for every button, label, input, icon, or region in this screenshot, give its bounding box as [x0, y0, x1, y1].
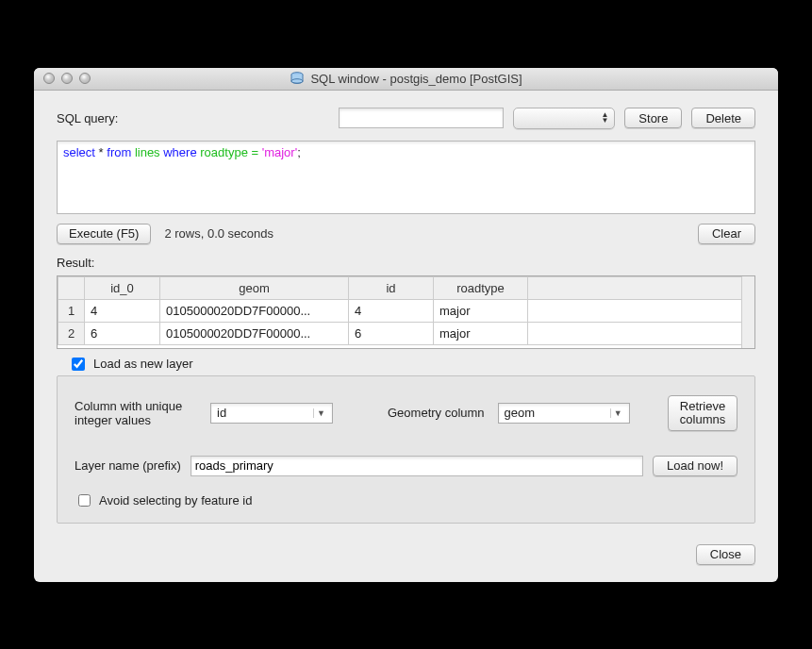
traffic-lights	[34, 73, 91, 84]
avoid-feature-id-checkbox[interactable]	[78, 494, 91, 507]
column-header-empty	[528, 276, 742, 299]
sql-identifier: roadtype =	[197, 145, 262, 159]
row-number: 2	[58, 322, 85, 344]
unique-column-dropdown[interactable]: id ▼	[210, 403, 333, 424]
svg-point-1	[291, 79, 303, 84]
layer-panel: Column with unique integer values id ▼ G…	[57, 375, 755, 524]
avoid-row: Avoid selecting by feature id	[75, 491, 737, 509]
sql-editor[interactable]: select * from lines where roadtype = 'ma…	[57, 141, 755, 214]
table-header-row: id_0 geom id roadtype	[58, 276, 742, 299]
close-button[interactable]: Close	[696, 544, 755, 565]
cell-empty	[528, 299, 742, 322]
load-now-button[interactable]: Load now!	[653, 456, 737, 476]
window-root: SQL window - postgis_demo [PostGIS] SQL …	[34, 68, 778, 582]
geometry-column-value: geom	[505, 406, 610, 420]
saved-queries-dropdown[interactable]: ▲▼	[513, 108, 615, 129]
cell: 6	[349, 322, 434, 344]
load-as-new-layer-row: Load as new layer	[68, 355, 755, 374]
window-title: SQL window - postgis_demo [PostGIS]	[34, 71, 778, 86]
result-table: id_0 geom id roadtype 1 4 0105000020DD7F…	[58, 276, 741, 345]
result-table-wrap: id_0 geom id roadtype 1 4 0105000020DD7F…	[57, 275, 755, 349]
sql-keyword: select	[63, 145, 95, 159]
table-row[interactable]: 2 6 0105000020DD7F00000... 6 major	[58, 322, 742, 344]
execute-row: Execute (F5) 2 rows, 0.0 seconds Clear	[57, 224, 755, 244]
cell: 4	[349, 299, 434, 322]
geometry-column-dropdown[interactable]: geom ▼	[498, 403, 630, 424]
layer-name-label: Layer name (prefix)	[75, 458, 181, 473]
column-header[interactable]: id_0	[85, 276, 160, 299]
store-button[interactable]: Store	[624, 108, 682, 128]
table-row[interactable]: 1 4 0105000020DD7F00000... 4 major	[58, 299, 742, 322]
sql-keyword: where	[163, 145, 196, 159]
unique-column-label: Column with unique integer values	[75, 399, 197, 427]
cell-empty	[528, 322, 742, 344]
row-number: 1	[58, 299, 85, 322]
close-icon[interactable]	[43, 73, 55, 84]
vertical-scrollbar[interactable]	[741, 276, 754, 348]
updown-icon: ▲▼	[601, 112, 608, 124]
cell: major	[434, 299, 528, 322]
execute-button[interactable]: Execute (F5)	[57, 224, 151, 244]
layer-name-row: Layer name (prefix) Load now!	[75, 456, 737, 476]
chevron-down-icon: ▼	[313, 408, 328, 418]
sql-text: *	[95, 145, 107, 159]
column-header[interactable]: geom	[160, 276, 349, 299]
sql-identifier: lines	[131, 145, 163, 159]
sql-text: ;	[297, 145, 301, 159]
load-as-new-layer-checkbox[interactable]	[72, 358, 85, 371]
svg-point-0	[291, 73, 303, 77]
delete-button[interactable]: Delete	[691, 108, 755, 128]
clear-button[interactable]: Clear	[698, 224, 755, 244]
window-title-text: SQL window - postgis_demo [PostGIS]	[310, 72, 522, 86]
sql-keyword: from	[107, 145, 131, 159]
content-area: SQL query: ▲▼ Store Delete select * from…	[34, 91, 778, 582]
row-number-header	[58, 276, 85, 299]
database-icon	[290, 71, 305, 86]
cell: 4	[85, 299, 160, 322]
load-as-new-layer-label: Load as new layer	[93, 357, 193, 371]
cell: 0105000020DD7F00000...	[160, 299, 349, 322]
column-header[interactable]: roadtype	[434, 276, 528, 299]
cell: 6	[85, 322, 160, 344]
query-toolbar: SQL query: ▲▼ Store Delete	[57, 108, 755, 129]
cell: major	[434, 322, 528, 344]
sql-query-label: SQL query:	[57, 111, 118, 125]
retrieve-columns-button[interactable]: Retrieve columns	[668, 395, 737, 431]
zoom-icon[interactable]	[79, 73, 91, 84]
chevron-down-icon: ▼	[610, 408, 625, 418]
titlebar: SQL window - postgis_demo [PostGIS]	[34, 68, 778, 91]
layer-name-input[interactable]	[191, 456, 643, 476]
minimize-icon[interactable]	[61, 73, 73, 84]
sql-literal: 'major'	[262, 145, 297, 159]
avoid-feature-id-label: Avoid selecting by feature id	[99, 493, 252, 508]
column-header[interactable]: id	[349, 276, 434, 299]
geometry-column-label: Geometry column	[388, 406, 485, 420]
footer: Close	[57, 544, 755, 565]
columns-row: Column with unique integer values id ▼ G…	[75, 395, 737, 431]
query-name-input[interactable]	[339, 108, 504, 128]
query-status: 2 rows, 0.0 seconds	[164, 226, 273, 241]
unique-column-value: id	[217, 406, 313, 420]
result-label: Result:	[57, 256, 755, 270]
cell: 0105000020DD7F00000...	[160, 322, 349, 344]
